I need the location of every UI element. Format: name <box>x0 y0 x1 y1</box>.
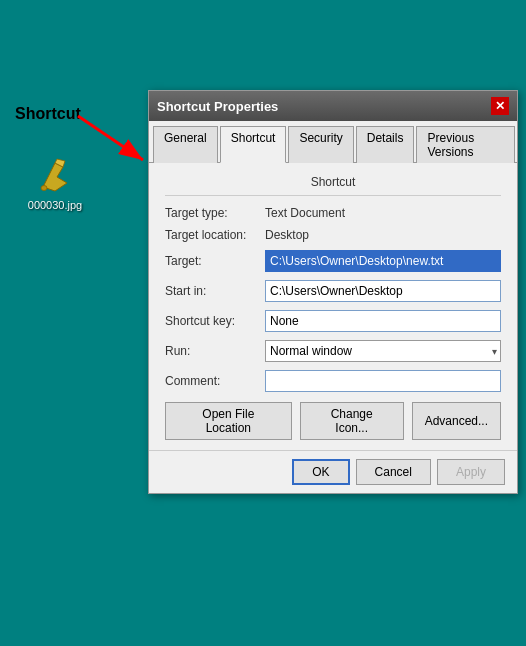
target-row: Target: <box>165 250 501 272</box>
target-field-label: Target: <box>165 254 265 268</box>
shortcut-properties-dialog: Shortcut Properties ✕ General Shortcut S… <box>148 90 518 494</box>
comment-label: Comment: <box>165 374 265 388</box>
dialog-footer: OK Cancel Apply <box>149 450 517 493</box>
start-in-label: Start in: <box>165 284 265 298</box>
target-location-label: Target location: <box>165 228 265 242</box>
cancel-button[interactable]: Cancel <box>356 459 431 485</box>
desktop-icon-label: 000030.jpg <box>28 199 82 211</box>
dialog-content: Shortcut Target type: Text Document Targ… <box>149 163 517 450</box>
change-icon-button[interactable]: Change Icon... <box>300 402 404 440</box>
tab-general[interactable]: General <box>153 126 218 163</box>
comment-input[interactable] <box>265 370 501 392</box>
tab-shortcut[interactable]: Shortcut <box>220 126 287 163</box>
action-buttons: Open File Location Change Icon... Advanc… <box>165 402 501 440</box>
dialog-titlebar: Shortcut Properties ✕ <box>149 91 517 121</box>
shortcut-key-input[interactable] <box>265 310 501 332</box>
close-button[interactable]: ✕ <box>491 97 509 115</box>
tab-previous-versions[interactable]: Previous Versions <box>416 126 515 163</box>
desktop-icon[interactable]: 000030.jpg <box>20 155 90 211</box>
shortcut-icon <box>35 155 75 195</box>
dialog-title: Shortcut Properties <box>157 99 278 114</box>
shortcut-key-label: Shortcut key: <box>165 314 265 328</box>
comment-row: Comment: <box>165 370 501 392</box>
run-row: Run: Normal window Minimized Maximized ▾ <box>165 340 501 362</box>
target-input[interactable] <box>265 250 501 272</box>
shortcut-key-row: Shortcut key: <box>165 310 501 332</box>
apply-button[interactable]: Apply <box>437 459 505 485</box>
run-select[interactable]: Normal window Minimized Maximized <box>265 340 501 362</box>
ok-button[interactable]: OK <box>292 459 349 485</box>
advanced-button[interactable]: Advanced... <box>412 402 501 440</box>
section-title: Shortcut <box>165 175 501 196</box>
tab-bar: General Shortcut Security Details Previo… <box>149 121 517 163</box>
target-type-value: Text Document <box>265 206 345 220</box>
start-in-input[interactable] <box>265 280 501 302</box>
target-location-row: Target location: Desktop <box>165 228 501 242</box>
svg-line-1 <box>78 116 143 160</box>
open-file-location-button[interactable]: Open File Location <box>165 402 292 440</box>
run-select-wrapper: Normal window Minimized Maximized ▾ <box>265 340 501 362</box>
tab-security[interactable]: Security <box>288 126 353 163</box>
svg-point-4 <box>41 186 47 191</box>
tab-details[interactable]: Details <box>356 126 415 163</box>
run-label: Run: <box>165 344 265 358</box>
target-type-row: Target type: Text Document <box>165 206 501 220</box>
target-type-label: Target type: <box>165 206 265 220</box>
target-location-value: Desktop <box>265 228 309 242</box>
start-in-row: Start in: <box>165 280 501 302</box>
